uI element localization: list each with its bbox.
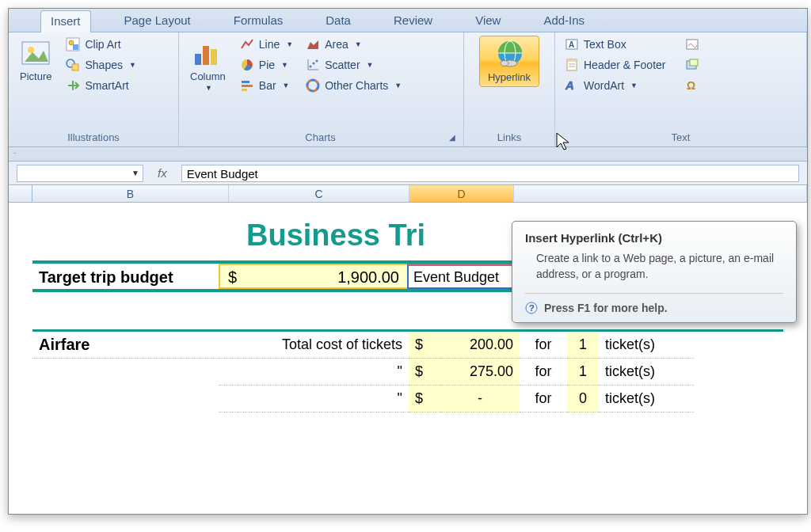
shapes-button[interactable]: Shapes ▼: [63, 56, 139, 74]
svg-point-1: [28, 47, 34, 53]
col-header-next[interactable]: [514, 185, 807, 202]
clipart-label: Clip Art: [85, 38, 120, 51]
currency-symbol: $: [228, 268, 237, 284]
tab-view[interactable]: View: [466, 10, 510, 32]
table-cell[interactable]: 275.00: [440, 359, 520, 386]
svg-point-16: [310, 66, 312, 68]
hyperlink-icon: [493, 40, 525, 70]
other-charts-label: Other Charts: [325, 79, 388, 92]
select-all-corner[interactable]: [9, 185, 32, 202]
tab-page-layout[interactable]: Page Layout: [115, 10, 200, 32]
table-cell[interactable]: 1: [567, 359, 599, 386]
svg-rect-4: [73, 44, 78, 50]
table-cell: ticket(s): [599, 386, 694, 412]
signature-button[interactable]: [682, 36, 702, 53]
target-label: Target trip budget: [32, 264, 219, 289]
svg-text:?: ?: [529, 303, 535, 313]
pie-chart-button[interactable]: Pie▼: [237, 56, 296, 74]
chevron-down-icon: ▼: [367, 61, 374, 69]
tab-review[interactable]: Review: [384, 10, 442, 32]
tooltip-title: Insert Hyperlink (Ctrl+K): [525, 231, 783, 245]
chevron-down-icon: ▼: [281, 61, 288, 69]
formula-bar: ▼ fx Event Budget: [9, 162, 807, 185]
table-cell[interactable]: 1: [567, 332, 599, 359]
bar-chart-label: Bar: [259, 79, 276, 92]
active-cell[interactable]: Event Budget: [407, 264, 518, 289]
textbox-button[interactable]: A Text Box: [562, 36, 669, 53]
other-charts-button[interactable]: Other Charts▼: [303, 77, 405, 94]
table-cell[interactable]: $: [409, 332, 440, 359]
area-chart-button[interactable]: Area▼: [303, 36, 405, 53]
column-headers: B C D: [9, 185, 807, 203]
svg-rect-35: [690, 59, 698, 66]
column-chart-button[interactable]: Column ▼: [185, 36, 230, 95]
object-button[interactable]: [682, 56, 702, 74]
smartart-icon: [66, 78, 80, 93]
group-charts: Column ▼ Line▼ Pie▼ Bar▼: [179, 32, 464, 146]
shapes-icon: [66, 58, 80, 72]
svg-point-17: [313, 63, 315, 65]
wordart-button[interactable]: A WordArt▼: [562, 77, 669, 94]
chevron-down-icon: ▼: [283, 82, 290, 89]
app-window: Insert Page Layout Formulas Data Review …: [8, 8, 808, 515]
wordart-label: WordArt: [584, 79, 624, 92]
line-chart-label: Line: [259, 38, 280, 51]
scatter-chart-button[interactable]: Scatter▼: [303, 56, 405, 74]
svg-rect-13: [242, 89, 247, 91]
target-amount-cell[interactable]: $ 1,900.00: [219, 264, 409, 289]
table-cell[interactable]: $: [409, 386, 440, 412]
table-cell[interactable]: $: [409, 359, 440, 386]
line-chart-button[interactable]: Line▼: [237, 36, 296, 53]
table-cell: ticket(s): [599, 359, 694, 386]
chevron-down-icon: ▼: [205, 84, 212, 92]
ribbon-tabs: Insert Page Layout Formulas Data Review …: [9, 9, 807, 32]
symbol-icon: Ω: [685, 78, 699, 93]
airfare-desc: Total cost of tickets: [219, 332, 409, 359]
col-header-b[interactable]: B: [32, 185, 229, 202]
tooltip-help: ? Press F1 for more help.: [525, 293, 783, 314]
table-cell[interactable]: -: [440, 386, 520, 412]
fx-label[interactable]: fx: [151, 166, 173, 180]
smartart-button[interactable]: SmartArt: [63, 77, 139, 94]
scatter-chart-icon: [306, 58, 320, 72]
svg-text:A: A: [569, 40, 574, 49]
scatter-chart-label: Scatter: [325, 59, 360, 71]
bar-chart-button[interactable]: Bar▼: [237, 77, 296, 94]
svg-text:Ω: Ω: [687, 79, 695, 92]
airfare-label: Airfare: [32, 332, 219, 359]
tab-insert[interactable]: Insert: [40, 10, 91, 32]
col-header-d[interactable]: D: [409, 185, 514, 202]
headerfooter-icon: [565, 58, 579, 72]
object-icon: [685, 58, 699, 72]
table-cell: for: [520, 386, 567, 412]
target-amount: 1,900.00: [337, 268, 399, 284]
picture-button[interactable]: Picture: [15, 36, 56, 86]
name-box[interactable]: ▼: [17, 165, 143, 182]
help-icon: ?: [525, 302, 538, 314]
charts-dialog-launcher[interactable]: ◢: [336, 133, 457, 142]
formula-input[interactable]: Event Budget: [181, 165, 799, 182]
tab-addins[interactable]: Add-Ins: [534, 10, 594, 32]
col-header-c[interactable]: C: [229, 185, 409, 202]
group-links: Hyperlink Links: [464, 32, 555, 146]
ribbon: Picture Clip Art Shapes ▼ SmartArt: [9, 32, 807, 147]
chevron-down-icon: ▼: [630, 82, 638, 89]
hyperlink-button[interactable]: Hyperlink: [479, 36, 539, 87]
group-title-charts: Charts: [305, 130, 335, 145]
clipart-icon: [66, 37, 80, 51]
bar-chart-icon: [240, 78, 254, 93]
table-cell[interactable]: 0: [567, 386, 599, 412]
clipart-button[interactable]: Clip Art: [63, 36, 139, 53]
hyperlink-label: Hyperlink: [488, 71, 531, 83]
table-cell: ": [219, 359, 409, 386]
tab-formulas[interactable]: Formulas: [224, 10, 293, 32]
headerfooter-button[interactable]: Header & Footer: [562, 56, 669, 74]
svg-text:A: A: [565, 78, 574, 92]
tab-data[interactable]: Data: [316, 10, 360, 32]
symbol-button[interactable]: Ω: [682, 77, 702, 94]
picture-icon: [20, 39, 51, 69]
table-cell[interactable]: 200.00: [440, 332, 520, 359]
chevron-down-icon: ▼: [131, 169, 139, 177]
column-chart-icon: [192, 39, 223, 69]
table-cell: for: [520, 359, 567, 386]
